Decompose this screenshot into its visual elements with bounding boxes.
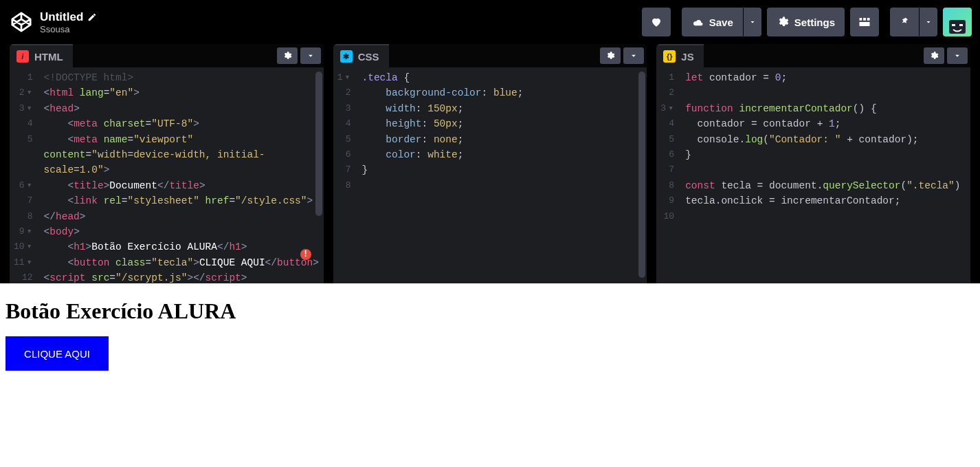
settings-button[interactable]: Settings [767,8,845,36]
js-editor[interactable]: 1 2 3▾ 4 5 6 7 8 9 10 let contador = 0; … [656,67,970,283]
gear-icon [777,16,789,28]
js-gutter: 1 2 3▾ 4 5 6 7 8 9 10 [656,67,681,283]
chevron-down-icon [629,51,638,61]
css-editor[interactable]: 1▾ 2 3 4 5 6 7 8 .tecla { background-col… [333,67,647,283]
preview-clique-button[interactable]: CLIQUE AQUI [5,336,109,371]
chevron-down-icon [924,18,933,26]
css-panel: ✱ CSS 1▾ 2 3 4 5 6 7 8 .tecla { backgrou… [333,44,647,283]
gear-icon [282,51,292,61]
css-settings-button[interactable] [600,47,621,64]
user-avatar[interactable] [943,8,972,36]
pin-icon [900,16,909,28]
css-gutter: 1▾ 2 3 4 5 6 7 8 [333,67,358,283]
app-header: Untitled Ssousa Save Settings [0,0,980,44]
js-badge-icon: {} [663,50,676,63]
html-panel: / HTML 1 2▾ 3▾ 4 5 6▾ 7 8 9▾ 10▾ 11▾ 12 … [10,44,324,283]
svg-rect-5 [952,24,955,26]
js-dropdown-button[interactable] [947,47,968,64]
css-dropdown-button[interactable] [623,47,644,64]
svg-rect-2 [867,18,870,21]
svg-rect-1 [863,18,866,21]
svg-rect-0 [860,18,862,21]
pin-dropdown-button[interactable] [920,8,937,36]
html-editor[interactable]: 1 2▾ 3▾ 4 5 6▾ 7 8 9▾ 10▾ 11▾ 12 <!DOCTY… [10,67,324,283]
html-panel-head: / HTML [10,44,324,67]
svg-rect-6 [959,24,963,26]
css-code[interactable]: .tecla { background-color: blue; width: … [357,67,647,283]
html-settings-button[interactable] [277,47,298,64]
cloud-icon [691,17,704,27]
html-code[interactable]: <!DOCTYPE html> <html lang="en"> <head> … [40,67,324,283]
error-indicator-icon[interactable]: ! [300,249,311,260]
gear-icon [929,51,939,61]
codepen-logo[interactable] [8,9,34,35]
chevron-down-icon [748,18,757,26]
pen-author[interactable]: Ssousa [40,24,97,34]
js-tab[interactable]: {} JS [656,44,703,67]
js-settings-button[interactable] [924,47,944,64]
save-dropdown-button[interactable] [744,8,761,36]
js-code[interactable]: let contador = 0; function incrementarCo… [681,67,970,283]
pen-title[interactable]: Untitled [40,10,83,24]
html-scrollbar[interactable] [315,72,322,216]
css-tab[interactable]: ✱ CSS [333,44,389,67]
edit-title-icon[interactable] [87,12,97,22]
js-panel-head: {} JS [656,44,970,67]
title-block: Untitled Ssousa [40,10,97,34]
output-preview: Botão Exercício ALURA CLIQUE AQUI [0,283,980,467]
layout-button[interactable] [850,8,879,36]
editors-row: / HTML 1 2▾ 3▾ 4 5 6▾ 7 8 9▾ 10▾ 11▾ 12 … [0,44,980,283]
html-gutter: 1 2▾ 3▾ 4 5 6▾ 7 8 9▾ 10▾ 11▾ 12 [10,67,40,283]
html-tab[interactable]: / HTML [10,44,73,67]
js-panel: {} JS 1 2 3▾ 4 5 6 7 8 9 10 let contador… [656,44,970,283]
chevron-down-icon [306,51,315,61]
codepen-logo-icon [11,12,32,32]
html-badge-icon: / [16,50,29,63]
gear-icon [605,51,615,61]
css-panel-head: ✱ CSS [333,44,647,67]
heart-icon [650,16,662,28]
love-button[interactable] [642,8,671,36]
layout-icon [858,16,871,28]
svg-rect-3 [860,22,870,26]
save-button[interactable]: Save [682,8,743,36]
css-badge-icon: ✱ [340,50,353,63]
avatar-face-icon [945,16,970,36]
pin-button[interactable] [890,8,919,36]
chevron-down-icon [953,51,962,61]
html-dropdown-button[interactable] [300,47,321,64]
css-scrollbar[interactable] [638,72,645,278]
preview-heading: Botão Exercício ALURA [5,298,975,324]
